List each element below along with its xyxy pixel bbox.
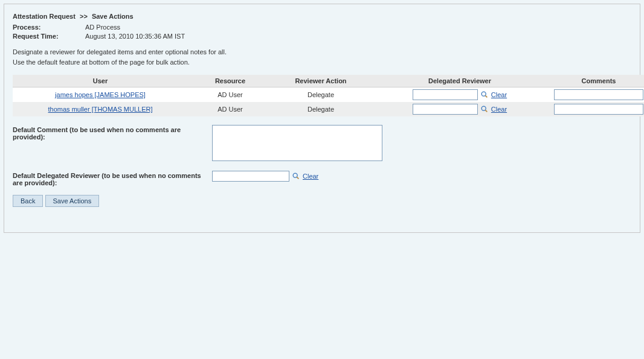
table-row: james hopes [JAMES HOPES] AD User Delega… bbox=[13, 87, 644, 103]
default-comment-label: Default Comment (to be used when no comm… bbox=[13, 125, 212, 141]
clear-link[interactable]: Clear bbox=[491, 91, 507, 98]
col-action: Reviewer Action bbox=[272, 75, 369, 87]
col-reviewer: Delegated Reviewer bbox=[369, 75, 550, 87]
default-reviewer-cell: Clear bbox=[212, 171, 318, 182]
resource-cell: AD User bbox=[188, 102, 272, 116]
user-link[interactable]: james hopes [JAMES HOPES] bbox=[55, 91, 146, 98]
request-time-value: August 13, 2010 10:35:36 AM IST bbox=[85, 33, 185, 40]
back-button[interactable]: Back bbox=[13, 195, 43, 207]
reviewer-input[interactable] bbox=[413, 104, 478, 115]
process-value: AD Process bbox=[85, 24, 120, 31]
svg-line-3 bbox=[485, 110, 487, 112]
svg-point-0 bbox=[481, 92, 486, 96]
defaults-section: Default Comment (to be used when no comm… bbox=[13, 125, 631, 186]
search-icon[interactable] bbox=[480, 91, 489, 99]
save-actions-panel: Attestation Request >> Save Actions Proc… bbox=[4, 4, 640, 233]
breadcrumb-attestation: Attestation Request bbox=[13, 13, 76, 20]
comment-input[interactable] bbox=[554, 89, 643, 100]
default-reviewer-row: Default Delegated Reviewer (to be used w… bbox=[13, 171, 631, 186]
breadcrumb: Attestation Request >> Save Actions bbox=[13, 13, 631, 20]
col-comments: Comments bbox=[550, 75, 644, 87]
svg-line-1 bbox=[485, 95, 487, 97]
comment-input[interactable] bbox=[554, 104, 643, 115]
actions-table: User Resource Reviewer Action Delegated … bbox=[13, 75, 644, 116]
svg-point-4 bbox=[293, 173, 297, 177]
col-resource: Resource bbox=[188, 75, 272, 87]
save-actions-button[interactable]: Save Actions bbox=[45, 195, 100, 207]
default-comment-row: Default Comment (to be used when no comm… bbox=[13, 125, 631, 162]
table-row: thomas muller [THOMAS MULLER] AD User De… bbox=[13, 102, 644, 116]
search-icon[interactable] bbox=[480, 105, 489, 113]
request-time-label: Request Time: bbox=[13, 33, 85, 40]
button-row: Back Save Actions bbox=[13, 195, 631, 207]
clear-link[interactable]: Clear bbox=[303, 173, 318, 180]
col-user: User bbox=[13, 75, 188, 87]
user-link[interactable]: thomas muller [THOMAS MULLER] bbox=[48, 106, 153, 113]
default-comment-textarea[interactable] bbox=[212, 125, 382, 161]
resource-cell: AD User bbox=[188, 87, 272, 103]
instructions: Designate a reviewer for delegated items… bbox=[13, 47, 631, 68]
meta-process: Process: AD Process bbox=[13, 24, 631, 31]
search-icon[interactable] bbox=[292, 172, 300, 180]
instructions-line1: Designate a reviewer for delegated items… bbox=[13, 47, 631, 57]
default-reviewer-label: Default Delegated Reviewer (to be used w… bbox=[13, 171, 212, 186]
svg-point-2 bbox=[481, 106, 486, 110]
meta-request-time: Request Time: August 13, 2010 10:35:36 A… bbox=[13, 33, 631, 40]
default-reviewer-input[interactable] bbox=[212, 171, 289, 182]
breadcrumb-save-actions: Save Actions bbox=[92, 13, 134, 20]
process-label: Process: bbox=[13, 24, 85, 31]
action-cell: Delegate bbox=[272, 87, 369, 103]
breadcrumb-sep: >> bbox=[80, 13, 88, 20]
svg-line-5 bbox=[297, 177, 298, 179]
clear-link[interactable]: Clear bbox=[491, 106, 507, 113]
action-cell: Delegate bbox=[272, 102, 369, 116]
reviewer-input[interactable] bbox=[413, 89, 478, 100]
reviewer-cell: Clear bbox=[373, 89, 547, 100]
reviewer-cell: Clear bbox=[373, 104, 547, 115]
instructions-line2: Use the default feature at bottom of the… bbox=[13, 57, 631, 68]
table-header-row: User Resource Reviewer Action Delegated … bbox=[13, 75, 644, 87]
